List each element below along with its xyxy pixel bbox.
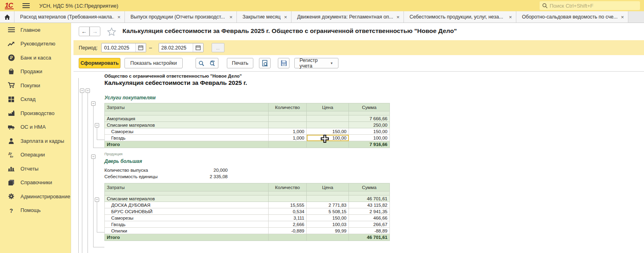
period-more-button[interactable]: ...	[212, 43, 224, 52]
period-from-field[interactable]	[101, 43, 146, 52]
cost-item-cell[interactable]: Гвоздь	[105, 221, 269, 228]
show-settings-button[interactable]: Показать настройки	[124, 58, 183, 68]
period-to-input[interactable]	[159, 43, 193, 52]
cost-item-cell[interactable]: ДОСКА ДУБОВАЯ	[105, 202, 269, 208]
save-button[interactable]	[278, 58, 289, 68]
total-sum-cell[interactable]: 7 916,66	[349, 141, 390, 148]
tab-item[interactable]: Закрытие месяца×	[237, 11, 291, 23]
back-button[interactable]: ←	[79, 27, 90, 36]
print-preview-button[interactable]	[259, 58, 271, 68]
total-label-cell[interactable]: Итого	[105, 234, 269, 241]
value-cell[interactable]	[269, 195, 307, 202]
collapse-group-button[interactable]: −	[95, 123, 99, 128]
value-cell[interactable]: 150,00	[307, 215, 349, 221]
value-cell[interactable]	[307, 234, 349, 241]
value-cell[interactable]	[269, 122, 307, 128]
sidebar-item-производство[interactable]: Производство	[0, 106, 71, 120]
home-tab[interactable]	[0, 11, 14, 23]
search-input[interactable]	[550, 3, 638, 9]
global-search[interactable]	[540, 1, 640, 10]
sidebar-item-покупки[interactable]: Покупки	[0, 78, 71, 93]
generate-button[interactable]: Сформировать	[79, 58, 120, 68]
cost-item-cell[interactable]: Саморезы	[105, 128, 269, 135]
value-cell[interactable]: 466,66	[349, 215, 390, 221]
value-cell[interactable]: 1,000	[269, 128, 307, 135]
value-cell[interactable]	[307, 141, 349, 148]
value-cell[interactable]	[269, 115, 307, 122]
value-cell[interactable]: 150,00	[349, 128, 390, 135]
total-sum-cell[interactable]: 46 701,61	[349, 234, 390, 241]
value-cell[interactable]: 5 508,15	[307, 208, 349, 215]
value-cell[interactable]: 266,67	[349, 221, 390, 228]
collapse-group-button[interactable]: −	[86, 88, 90, 93]
cost-item-cell[interactable]: Амортизация	[105, 115, 269, 122]
value-cell[interactable]: 3,111	[269, 215, 307, 221]
value-cell[interactable]: 99,99	[307, 228, 349, 234]
sidebar-item-продажи[interactable]: Продажи	[0, 65, 71, 79]
sidebar-item-помощь[interactable]: ?Помощь	[0, 204, 71, 218]
value-cell[interactable]	[307, 122, 349, 128]
favorite-star-icon[interactable]	[107, 27, 116, 36]
value-cell[interactable]: 1,000	[269, 135, 307, 141]
cost-item-cell[interactable]: Списание материалов	[105, 122, 269, 128]
value-cell[interactable]: 0,534	[269, 208, 307, 215]
tab-item[interactable]: Себестоимость продукции, услуг, неза...×	[404, 11, 516, 23]
value-cell[interactable]: 150,00	[307, 128, 349, 135]
value-cell[interactable]: 7 666,66	[349, 115, 390, 122]
cost-item-cell[interactable]: БРУС ОСИНОВЫЙ	[105, 208, 269, 215]
sidebar-item-руководителю[interactable]: Руководителю	[0, 37, 71, 51]
cost-item-cell[interactable]: Саморезы	[105, 215, 269, 221]
value-cell[interactable]: -0,889	[269, 228, 307, 234]
value-cell[interactable]: 2 941,35	[349, 208, 390, 215]
sidebar-item-зарплата-и-кадры[interactable]: Зарплата и кадры	[0, 134, 71, 148]
calendar-button-to[interactable]	[193, 43, 203, 52]
print-button[interactable]: Печать	[227, 58, 253, 68]
period-to-field[interactable]	[159, 43, 204, 52]
sidebar-item-банк-и-касса[interactable]: РБанк и касса	[0, 51, 71, 65]
tab-close-icon[interactable]: ×	[621, 14, 624, 20]
value-cell[interactable]: 46 701,61	[349, 195, 390, 202]
value-cell[interactable]: 43 115,82	[349, 202, 390, 208]
tab-close-icon[interactable]: ×	[396, 14, 399, 20]
sidebar-item-справочники[interactable]: Справочники	[0, 176, 71, 190]
tab-item[interactable]: Выпуск продукции (Отчеты производст...×	[125, 11, 237, 23]
value-cell[interactable]: 2 771,83	[307, 202, 349, 208]
collapse-group-button[interactable]: −	[80, 88, 84, 93]
value-cell[interactable]: 2,666	[269, 221, 307, 228]
value-cell[interactable]	[269, 234, 307, 241]
value-cell[interactable]: -88,89	[349, 228, 390, 234]
tab-item[interactable]: Расход материалов (Требования-накла...×	[14, 11, 125, 23]
sidebar-item-ос-и-нма[interactable]: ОС и НМА	[0, 120, 71, 134]
tab-item[interactable]: Движения документа: Регламентная оп...×	[291, 11, 404, 23]
period-from-input[interactable]	[102, 43, 135, 52]
value-cell[interactable]	[269, 141, 307, 148]
value-cell[interactable]: 100,03	[307, 221, 349, 228]
value-cell[interactable]	[307, 195, 349, 202]
forward-button[interactable]: →	[90, 27, 100, 36]
sidebar-item-склад[interactable]: Склад	[0, 93, 71, 107]
calendar-button-from[interactable]	[135, 43, 146, 52]
main-menu-icon[interactable]	[22, 3, 30, 8]
value-cell[interactable]: 100,00	[349, 135, 390, 141]
collapse-group-button[interactable]: −	[91, 154, 96, 159]
tab-close-icon[interactable]: ×	[229, 14, 232, 20]
tab-close-icon[interactable]: ×	[117, 14, 120, 20]
collapse-group-button[interactable]: −	[91, 101, 96, 106]
register-dropdown-button[interactable]: Регистр учета ▼	[294, 58, 338, 68]
value-cell[interactable]: 100,00	[307, 135, 349, 141]
sidebar-item-отчеты[interactable]: Отчеты	[0, 162, 71, 176]
collapse-group-button[interactable]: −	[95, 197, 99, 202]
cost-item-cell[interactable]: Списание материалов	[105, 195, 269, 202]
sidebar-item-операции[interactable]: ДтКтОперации	[0, 148, 71, 162]
sidebar-item-главное[interactable]: Главное	[0, 23, 71, 37]
value-cell[interactable]: 250,00	[349, 122, 390, 128]
value-cell[interactable]	[307, 115, 349, 122]
total-label-cell[interactable]: Итого	[105, 141, 269, 148]
tab-item[interactable]: Оборотно-сальдовая ведомость по сче...×	[516, 11, 628, 23]
cost-item-cell[interactable]: Опилки	[105, 228, 269, 234]
find-button[interactable]	[196, 58, 207, 68]
cost-item-cell[interactable]: Гвоздь	[105, 135, 269, 141]
find-next-button[interactable]	[207, 58, 218, 68]
sidebar-item-администрирование[interactable]: Администрирование	[0, 189, 71, 204]
tab-close-icon[interactable]: ×	[509, 14, 512, 20]
